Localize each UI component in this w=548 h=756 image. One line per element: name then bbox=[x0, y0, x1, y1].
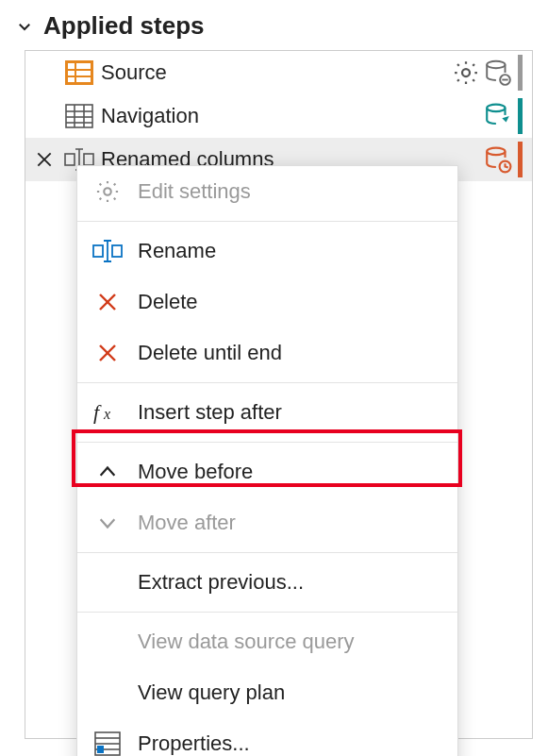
step-status-bar bbox=[518, 142, 523, 177]
menu-insert-step-after[interactable]: f x Insert step after bbox=[77, 387, 457, 438]
menu-label: Insert step after bbox=[138, 400, 282, 425]
menu-move-after: Move after bbox=[77, 497, 457, 548]
chevron-down-icon bbox=[15, 18, 34, 35]
menu-label: Move before bbox=[138, 460, 253, 484]
navigation-icon bbox=[63, 100, 95, 132]
database-refresh-icon bbox=[484, 102, 512, 130]
svg-rect-26 bbox=[93, 245, 103, 257]
gear-icon bbox=[91, 178, 125, 205]
database-clock-icon bbox=[484, 145, 512, 174]
menu-label: Extract previous... bbox=[138, 570, 304, 595]
menu-label: Delete until end bbox=[138, 341, 282, 365]
svg-rect-1 bbox=[68, 63, 75, 69]
rename-icon bbox=[91, 240, 125, 262]
gear-icon[interactable] bbox=[452, 59, 480, 87]
svg-point-25 bbox=[104, 188, 110, 194]
svg-text:f: f bbox=[93, 401, 102, 424]
source-icon bbox=[63, 57, 95, 89]
svg-rect-4 bbox=[76, 71, 91, 76]
svg-rect-5 bbox=[68, 77, 75, 82]
menu-label: Rename bbox=[138, 239, 216, 263]
menu-separator bbox=[77, 442, 457, 443]
close-icon bbox=[91, 342, 125, 364]
menu-label: Edit settings bbox=[138, 179, 251, 204]
menu-properties[interactable]: Properties... bbox=[77, 718, 457, 756]
applied-steps-title: Applied steps bbox=[43, 11, 204, 41]
svg-rect-20 bbox=[65, 154, 75, 165]
svg-point-8 bbox=[487, 61, 505, 69]
menu-view-query-plan[interactable]: View query plan bbox=[77, 667, 457, 718]
menu-label: Move after bbox=[138, 511, 236, 535]
step-status-bar bbox=[518, 98, 523, 134]
close-icon bbox=[91, 291, 125, 313]
svg-rect-39 bbox=[97, 746, 104, 753]
chevron-up-icon bbox=[91, 462, 125, 482]
fx-icon: f x bbox=[91, 401, 125, 424]
menu-label: Delete bbox=[138, 290, 198, 314]
applied-steps-header[interactable]: Applied steps bbox=[15, 11, 533, 41]
menu-separator bbox=[77, 221, 457, 222]
menu-delete[interactable]: Delete bbox=[77, 277, 457, 328]
menu-edit-settings: Edit settings bbox=[77, 166, 457, 217]
step-status-bar bbox=[518, 55, 523, 91]
svg-rect-2 bbox=[76, 63, 91, 69]
menu-rename[interactable]: Rename bbox=[77, 226, 457, 277]
svg-text:x: x bbox=[103, 406, 110, 422]
svg-point-23 bbox=[487, 148, 505, 156]
step-context-menu: Edit settings Rename Delete Delete until… bbox=[76, 165, 458, 756]
menu-extract-previous[interactable]: Extract previous... bbox=[77, 557, 457, 608]
step-label: Source bbox=[101, 60, 446, 85]
menu-label: View data source query bbox=[138, 630, 355, 654]
menu-label: Properties... bbox=[138, 731, 250, 756]
svg-point-7 bbox=[462, 69, 470, 76]
step-navigation[interactable]: Navigation bbox=[25, 94, 532, 138]
svg-rect-6 bbox=[76, 77, 91, 82]
menu-delete-until-end[interactable]: Delete until end bbox=[77, 328, 457, 378]
svg-rect-3 bbox=[68, 71, 75, 76]
step-label: Navigation bbox=[101, 104, 478, 128]
chevron-down-icon bbox=[91, 512, 125, 533]
svg-rect-21 bbox=[84, 154, 93, 165]
step-source[interactable]: Source bbox=[25, 51, 532, 94]
delete-step-button[interactable] bbox=[31, 150, 58, 169]
database-warning-icon bbox=[484, 59, 512, 87]
menu-separator bbox=[77, 612, 457, 613]
menu-separator bbox=[77, 552, 457, 553]
svg-point-17 bbox=[487, 105, 505, 112]
svg-rect-27 bbox=[112, 245, 122, 257]
properties-icon bbox=[91, 731, 125, 756]
menu-move-before[interactable]: Move before bbox=[77, 446, 457, 497]
menu-separator bbox=[77, 382, 457, 383]
menu-view-data-source-query: View data source query bbox=[77, 616, 457, 667]
svg-rect-11 bbox=[66, 105, 92, 127]
menu-label: View query plan bbox=[138, 680, 285, 705]
